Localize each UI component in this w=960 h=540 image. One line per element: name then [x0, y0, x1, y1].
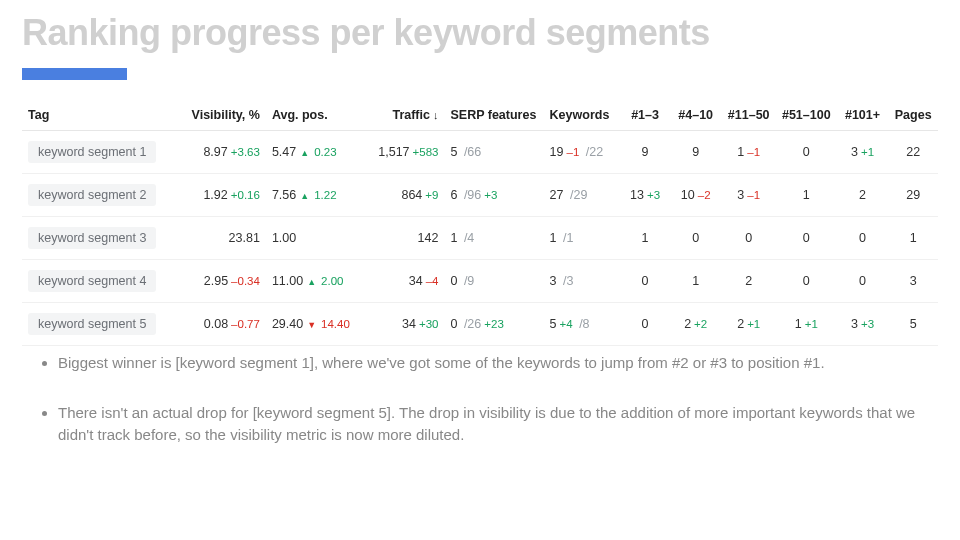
delta: +23	[481, 318, 504, 330]
delta: –0.77	[228, 318, 260, 330]
pages-cell: 29	[888, 174, 938, 217]
col-traffic-label: Traffic	[392, 108, 430, 122]
visibility-cell: 2.95–0.34	[180, 260, 266, 303]
visibility-cell: 0.08–0.77	[180, 303, 266, 346]
triangle-up-icon: ▲	[296, 148, 311, 158]
bucket-4-10: 0	[670, 217, 722, 260]
tag-pill[interactable]: keyword segment 1	[28, 141, 156, 163]
serp-total: /96	[457, 188, 481, 202]
delta: +30	[416, 318, 439, 330]
col-traffic[interactable]: Traffic↓	[362, 100, 445, 131]
bucket-101: 2	[837, 174, 889, 217]
avg-pos-cell: 29.40▼14.40	[266, 303, 362, 346]
kw-total: /3	[557, 274, 574, 288]
sort-desc-icon: ↓	[430, 109, 439, 121]
bucket-51-100: 0	[776, 131, 837, 174]
avg-pos-cell: 1.00	[266, 217, 362, 260]
avg-pos-cell: 5.47▲0.23	[266, 131, 362, 174]
tag-pill[interactable]: keyword segment 5	[28, 313, 156, 335]
col-bucket-11-50[interactable]: #11–50	[721, 100, 775, 131]
kw-total: /1	[557, 231, 574, 245]
tag-pill[interactable]: keyword segment 2	[28, 184, 156, 206]
col-bucket-4-10[interactable]: #4–10	[670, 100, 722, 131]
serp-cell: 6 /96+3	[444, 174, 543, 217]
table-row: keyword segment 5 0.08–0.77 29.40▼14.40 …	[22, 303, 938, 346]
delta: –1	[564, 146, 580, 158]
delta: +1	[744, 318, 760, 330]
triangle-up-icon: ▲	[303, 277, 318, 287]
delta: +1	[858, 146, 874, 158]
bucket-101: 3+3	[837, 303, 889, 346]
delta: 0.23	[311, 146, 336, 158]
tag-pill[interactable]: keyword segment 4	[28, 270, 156, 292]
keywords-cell: 19–1 /22	[544, 131, 621, 174]
table-row: keyword segment 2 1.92+0.16 7.56▲1.22 86…	[22, 174, 938, 217]
delta: 14.40	[318, 318, 350, 330]
table-row: keyword segment 4 2.95–0.34 11.00▲2.00 3…	[22, 260, 938, 303]
page-title: Ranking progress per keyword segments	[22, 12, 710, 54]
avg-pos-cell: 7.56▲1.22	[266, 174, 362, 217]
traffic-cell: 1,517+583	[362, 131, 445, 174]
col-avg-pos[interactable]: Avg. pos.	[266, 100, 362, 131]
serp-cell: 0 /9	[444, 260, 543, 303]
keywords-cell: 3 /3	[544, 260, 621, 303]
keywords-cell: 27 /29	[544, 174, 621, 217]
traffic-cell: 34+30	[362, 303, 445, 346]
bucket-1-3: 9	[620, 131, 670, 174]
delta: +3	[858, 318, 874, 330]
visibility-cell: 1.92+0.16	[180, 174, 266, 217]
bucket-11-50: 1–1	[721, 131, 775, 174]
bucket-11-50: 0	[721, 217, 775, 260]
delta: +4	[557, 318, 573, 330]
col-bucket-101[interactable]: #101+	[837, 100, 889, 131]
bucket-51-100: 1+1	[776, 303, 837, 346]
traffic-cell: 142	[362, 217, 445, 260]
bucket-51-100: 0	[776, 217, 837, 260]
tag-pill[interactable]: keyword segment 3	[28, 227, 156, 249]
bucket-4-10: 10–2	[670, 174, 722, 217]
bucket-1-3: 1	[620, 217, 670, 260]
bucket-1-3: 13+3	[620, 174, 670, 217]
bucket-1-3: 0	[620, 303, 670, 346]
serp-cell: 1 /4	[444, 217, 543, 260]
keywords-cell: 1 /1	[544, 217, 621, 260]
kw-total: /22	[579, 145, 603, 159]
delta: +3	[481, 189, 497, 201]
delta: +583	[410, 146, 439, 158]
bucket-11-50: 2	[721, 260, 775, 303]
commentary: Biggest winner is [keyword segment 1], w…	[36, 352, 920, 473]
delta: +1	[802, 318, 818, 330]
serp-total: /9	[457, 274, 474, 288]
delta: –4	[423, 275, 439, 287]
col-visibility[interactable]: Visibility, %	[180, 100, 266, 131]
serp-total: /26	[457, 317, 481, 331]
col-keywords[interactable]: Keywords	[544, 100, 621, 131]
traffic-cell: 34–4	[362, 260, 445, 303]
bucket-4-10: 2+2	[670, 303, 722, 346]
col-tag[interactable]: Tag	[22, 100, 180, 131]
bucket-101: 0	[837, 260, 889, 303]
col-serp[interactable]: SERP features	[444, 100, 543, 131]
delta: –0.34	[228, 275, 260, 287]
bucket-51-100: 1	[776, 174, 837, 217]
col-bucket-1-3[interactable]: #1–3	[620, 100, 670, 131]
serp-cell: 0 /26+23	[444, 303, 543, 346]
serp-cell: 5 /66	[444, 131, 543, 174]
pages-cell: 22	[888, 131, 938, 174]
kw-total: /8	[573, 317, 590, 331]
bucket-11-50: 3–1	[721, 174, 775, 217]
delta: –1	[744, 189, 760, 201]
kw-total: /29	[564, 188, 588, 202]
serp-total: /4	[457, 231, 474, 245]
col-bucket-51-100[interactable]: #51–100	[776, 100, 837, 131]
bucket-4-10: 9	[670, 131, 722, 174]
delta: –1	[744, 146, 760, 158]
delta: +2	[691, 318, 707, 330]
delta: +3.63	[228, 146, 260, 158]
col-pages[interactable]: Pages	[888, 100, 938, 131]
ranking-table: Tag Visibility, % Avg. pos. Traffic↓ SER…	[22, 100, 938, 346]
serp-total: /66	[457, 145, 481, 159]
bucket-4-10: 1	[670, 260, 722, 303]
delta: 2.00	[318, 275, 343, 287]
pages-cell: 1	[888, 217, 938, 260]
